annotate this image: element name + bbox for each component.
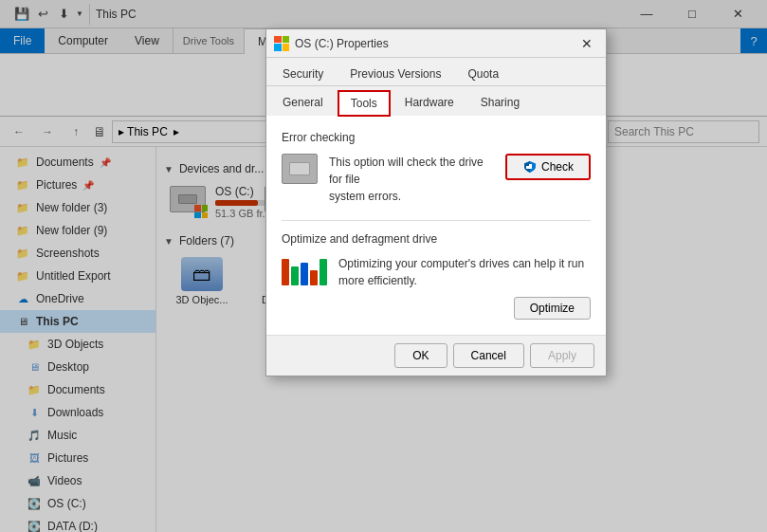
dialog-title: OS (C:) Properties xyxy=(274,36,389,51)
check-button-container: Check xyxy=(505,154,591,180)
bar-red2 xyxy=(310,270,318,285)
error-checking-section: This option will check the drive for fil… xyxy=(282,154,591,205)
error-desc-line2: system errors. xyxy=(329,188,494,205)
section-divider xyxy=(282,220,591,221)
defrag-title: Optimize and defragment drive xyxy=(282,232,591,246)
dialog-titlebar: OS (C:) Properties ✕ xyxy=(266,29,606,58)
error-checking-text: This option will check the drive for fil… xyxy=(329,154,494,205)
defrag-desc-line1: Optimizing your computer's drives can he… xyxy=(338,255,591,272)
defrag-text-container: Optimizing your computer's drives can he… xyxy=(338,255,591,289)
defrag-section: Optimizing your computer's drives can he… xyxy=(282,255,591,289)
tab-general[interactable]: General xyxy=(270,90,336,116)
ok-button[interactable]: OK xyxy=(394,343,447,368)
dialog-body: Error checking This option will check th… xyxy=(266,116,606,335)
error-checking-title: Error checking xyxy=(282,131,591,144)
dialog-tabs-row2: General Tools Hardware Sharing xyxy=(266,86,606,116)
dialog-footer: OK Cancel Apply xyxy=(266,335,606,376)
apply-button[interactable]: Apply xyxy=(530,343,594,368)
error-desc-line1: This option will check the drive for fil… xyxy=(329,154,494,188)
bar-green xyxy=(291,266,299,285)
tab-hardware[interactable]: Hardware xyxy=(393,90,466,116)
tab-sharing[interactable]: Sharing xyxy=(468,90,532,116)
dialog-overlay: OS (C:) Properties ✕ Security Previous V… xyxy=(0,0,767,532)
defrag-icon xyxy=(282,255,327,285)
bar-red xyxy=(282,259,289,285)
tab-previous-versions[interactable]: Previous Versions xyxy=(338,62,453,85)
defrag-desc-line2: more efficiently. xyxy=(338,272,591,289)
bar-green2 xyxy=(320,259,327,285)
optimize-button-label: Optimize xyxy=(530,302,575,315)
cancel-button[interactable]: Cancel xyxy=(453,343,524,368)
properties-dialog: OS (C:) Properties ✕ Security Previous V… xyxy=(265,28,607,376)
dialog-tabs: Security Previous Versions Quota xyxy=(266,58,606,86)
svg-rect-1 xyxy=(529,164,532,169)
optimize-button[interactable]: Optimize xyxy=(514,297,591,320)
main-window: 💾 ↩ ⬇ ▼ This PC — □ ✕ File Computer View… xyxy=(0,0,767,532)
svg-rect-0 xyxy=(526,166,529,169)
dialog-close-button[interactable]: ✕ xyxy=(575,32,598,55)
optimize-button-container: Optimize xyxy=(282,297,591,320)
tab-tools[interactable]: Tools xyxy=(338,90,391,117)
tab-security[interactable]: Security xyxy=(270,62,336,85)
check-button[interactable]: Check xyxy=(505,154,591,180)
shield-icon xyxy=(522,159,538,174)
tab-quota[interactable]: Quota xyxy=(455,62,511,85)
dialog-title-text: OS (C:) Properties xyxy=(295,37,389,50)
bar-blue xyxy=(301,263,308,285)
drive-icon xyxy=(274,36,289,51)
check-button-label: Check xyxy=(541,160,574,174)
hdd-icon xyxy=(282,154,318,184)
